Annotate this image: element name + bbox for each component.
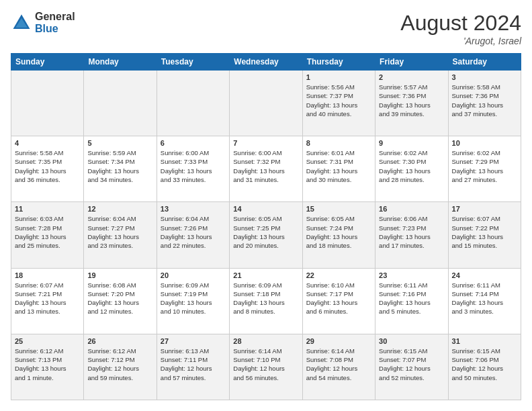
calendar-cell — [84, 71, 157, 136]
logo-text: General Blue — [35, 11, 75, 34]
day-info: Sunrise: 6:15 AM Sunset: 7:07 PM Dayligh… — [379, 347, 444, 382]
header: General Blue August 2024 'Arugot, Israel — [11, 11, 521, 46]
day-number: 2 — [379, 73, 444, 81]
day-info: Sunrise: 5:58 AM Sunset: 7:36 PM Dayligh… — [452, 83, 517, 118]
calendar-cell: 20Sunrise: 6:09 AM Sunset: 7:19 PM Dayli… — [157, 268, 229, 334]
day-number: 14 — [233, 205, 298, 213]
day-number: 3 — [452, 73, 517, 81]
header-friday: Friday — [375, 54, 448, 71]
day-number: 20 — [161, 271, 226, 279]
day-number: 13 — [161, 205, 226, 213]
day-info: Sunrise: 6:11 AM Sunset: 7:14 PM Dayligh… — [452, 281, 517, 316]
day-number: 23 — [379, 271, 444, 279]
header-saturday: Saturday — [448, 54, 521, 71]
day-number: 26 — [87, 337, 152, 345]
calendar-cell: 27Sunrise: 6:13 AM Sunset: 7:11 PM Dayli… — [157, 334, 229, 400]
day-number: 1 — [306, 73, 371, 81]
day-info: Sunrise: 6:07 AM Sunset: 7:21 PM Dayligh… — [15, 281, 80, 316]
calendar-cell: 19Sunrise: 6:08 AM Sunset: 7:20 PM Dayli… — [84, 268, 157, 334]
day-number: 15 — [306, 205, 371, 213]
day-info: Sunrise: 6:14 AM Sunset: 7:10 PM Dayligh… — [233, 347, 298, 382]
day-info: Sunrise: 6:13 AM Sunset: 7:11 PM Dayligh… — [161, 347, 226, 382]
header-sunday: Sunday — [11, 54, 84, 71]
day-number: 4 — [15, 139, 80, 147]
calendar-cell: 16Sunrise: 6:06 AM Sunset: 7:23 PM Dayli… — [375, 202, 448, 268]
day-number: 19 — [87, 271, 152, 279]
day-number: 17 — [452, 205, 517, 213]
day-info: Sunrise: 6:04 AM Sunset: 7:27 PM Dayligh… — [87, 214, 152, 250]
calendar-cell: 11Sunrise: 6:03 AM Sunset: 7:28 PM Dayli… — [11, 202, 84, 268]
calendar-week-row: 4Sunrise: 5:58 AM Sunset: 7:35 PM Daylig… — [11, 136, 521, 202]
day-info: Sunrise: 6:14 AM Sunset: 7:08 PM Dayligh… — [306, 347, 371, 382]
day-info: Sunrise: 6:00 AM Sunset: 7:33 PM Dayligh… — [161, 148, 226, 184]
calendar-cell: 13Sunrise: 6:04 AM Sunset: 7:26 PM Dayli… — [157, 202, 229, 268]
calendar-cell: 9Sunrise: 6:02 AM Sunset: 7:30 PM Daylig… — [375, 136, 448, 202]
day-info: Sunrise: 6:09 AM Sunset: 7:18 PM Dayligh… — [233, 281, 298, 316]
day-info: Sunrise: 6:12 AM Sunset: 7:12 PM Dayligh… — [87, 347, 152, 382]
header-tuesday: Tuesday — [157, 54, 229, 71]
day-info: Sunrise: 6:08 AM Sunset: 7:20 PM Dayligh… — [87, 281, 152, 316]
calendar-cell — [230, 71, 302, 136]
calendar-cell: 14Sunrise: 6:05 AM Sunset: 7:25 PM Dayli… — [230, 202, 302, 268]
calendar-cell: 26Sunrise: 6:12 AM Sunset: 7:12 PM Dayli… — [84, 334, 157, 400]
calendar-cell: 3Sunrise: 5:58 AM Sunset: 7:36 PM Daylig… — [448, 71, 521, 136]
title-block: August 2024 'Arugot, Israel — [400, 11, 521, 46]
calendar-cell: 18Sunrise: 6:07 AM Sunset: 7:21 PM Dayli… — [11, 268, 84, 334]
day-info: Sunrise: 6:11 AM Sunset: 7:16 PM Dayligh… — [379, 281, 444, 316]
day-number: 31 — [452, 337, 517, 345]
calendar-cell: 17Sunrise: 6:07 AM Sunset: 7:22 PM Dayli… — [448, 202, 521, 268]
day-info: Sunrise: 6:07 AM Sunset: 7:22 PM Dayligh… — [452, 214, 517, 250]
calendar-cell — [157, 71, 229, 136]
calendar-cell: 21Sunrise: 6:09 AM Sunset: 7:18 PM Dayli… — [230, 268, 302, 334]
day-info: Sunrise: 6:00 AM Sunset: 7:32 PM Dayligh… — [233, 148, 298, 184]
month-year: August 2024 — [400, 11, 521, 36]
day-number: 29 — [306, 337, 371, 345]
day-number: 27 — [161, 337, 226, 345]
day-number: 5 — [87, 139, 152, 147]
logo-general: General — [35, 11, 75, 23]
day-info: Sunrise: 6:06 AM Sunset: 7:23 PM Dayligh… — [379, 214, 444, 250]
day-info: Sunrise: 6:05 AM Sunset: 7:25 PM Dayligh… — [233, 214, 298, 250]
day-number: 18 — [15, 271, 80, 279]
day-info: Sunrise: 6:05 AM Sunset: 7:24 PM Dayligh… — [306, 214, 371, 250]
calendar-week-row: 1Sunrise: 5:56 AM Sunset: 7:37 PM Daylig… — [11, 71, 521, 136]
calendar-cell: 6Sunrise: 6:00 AM Sunset: 7:33 PM Daylig… — [157, 136, 229, 202]
location: 'Arugot, Israel — [400, 36, 521, 46]
day-number: 6 — [161, 139, 226, 147]
calendar-cell: 8Sunrise: 6:01 AM Sunset: 7:31 PM Daylig… — [302, 136, 375, 202]
calendar-cell: 5Sunrise: 5:59 AM Sunset: 7:34 PM Daylig… — [84, 136, 157, 202]
day-number: 24 — [452, 271, 517, 279]
calendar-cell: 4Sunrise: 5:58 AM Sunset: 7:35 PM Daylig… — [11, 136, 84, 202]
calendar-cell: 7Sunrise: 6:00 AM Sunset: 7:32 PM Daylig… — [230, 136, 302, 202]
day-info: Sunrise: 5:58 AM Sunset: 7:35 PM Dayligh… — [15, 148, 80, 184]
weekday-header-row: Sunday Monday Tuesday Wednesday Thursday… — [11, 54, 521, 71]
day-info: Sunrise: 6:04 AM Sunset: 7:26 PM Dayligh… — [161, 214, 226, 250]
calendar-cell: 12Sunrise: 6:04 AM Sunset: 7:27 PM Dayli… — [84, 202, 157, 268]
day-number: 8 — [306, 139, 371, 147]
calendar-cell: 23Sunrise: 6:11 AM Sunset: 7:16 PM Dayli… — [375, 268, 448, 334]
calendar-cell: 2Sunrise: 5:57 AM Sunset: 7:36 PM Daylig… — [375, 71, 448, 136]
calendar-cell — [11, 71, 84, 136]
calendar-cell: 24Sunrise: 6:11 AM Sunset: 7:14 PM Dayli… — [448, 268, 521, 334]
day-number: 21 — [233, 271, 298, 279]
header-thursday: Thursday — [302, 54, 375, 71]
day-number: 30 — [379, 337, 444, 345]
day-number: 10 — [452, 139, 517, 147]
day-number: 16 — [379, 205, 444, 213]
day-info: Sunrise: 5:57 AM Sunset: 7:36 PM Dayligh… — [379, 83, 444, 118]
page: General Blue August 2024 'Arugot, Israel… — [0, 0, 532, 411]
calendar-cell: 1Sunrise: 5:56 AM Sunset: 7:37 PM Daylig… — [302, 71, 375, 136]
day-info: Sunrise: 6:02 AM Sunset: 7:30 PM Dayligh… — [379, 148, 444, 184]
calendar-cell: 29Sunrise: 6:14 AM Sunset: 7:08 PM Dayli… — [302, 334, 375, 400]
calendar-week-row: 11Sunrise: 6:03 AM Sunset: 7:28 PM Dayli… — [11, 202, 521, 268]
calendar-cell: 22Sunrise: 6:10 AM Sunset: 7:17 PM Dayli… — [302, 268, 375, 334]
day-info: Sunrise: 6:03 AM Sunset: 7:28 PM Dayligh… — [15, 214, 80, 250]
day-number: 22 — [306, 271, 371, 279]
day-number: 12 — [87, 205, 152, 213]
day-number: 11 — [15, 205, 80, 213]
calendar-cell: 31Sunrise: 6:15 AM Sunset: 7:06 PM Dayli… — [448, 334, 521, 400]
day-info: Sunrise: 5:56 AM Sunset: 7:37 PM Dayligh… — [306, 83, 371, 118]
day-info: Sunrise: 6:12 AM Sunset: 7:13 PM Dayligh… — [15, 347, 80, 382]
calendar-cell: 10Sunrise: 6:02 AM Sunset: 7:29 PM Dayli… — [448, 136, 521, 202]
day-info: Sunrise: 6:09 AM Sunset: 7:19 PM Dayligh… — [161, 281, 226, 316]
